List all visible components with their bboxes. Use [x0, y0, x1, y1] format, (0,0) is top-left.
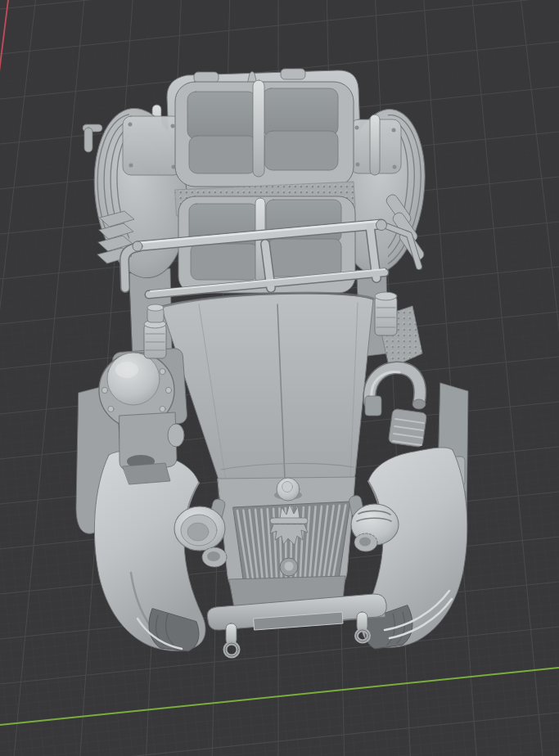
exhaust-cylinder-right — [375, 292, 397, 335]
seat-divider-rear — [253, 80, 264, 177]
air-cleaner-left — [144, 304, 166, 358]
rear-knob-right — [281, 69, 305, 79]
rear-knob-left — [194, 72, 219, 83]
grab-handle-right — [370, 115, 380, 175]
winch-dome — [107, 353, 160, 405]
viewport-canvas[interactable] — [0, 0, 559, 756]
slat-box-right — [388, 408, 426, 447]
rear-seats — [175, 80, 354, 187]
3d-viewport[interactable] — [0, 0, 559, 756]
